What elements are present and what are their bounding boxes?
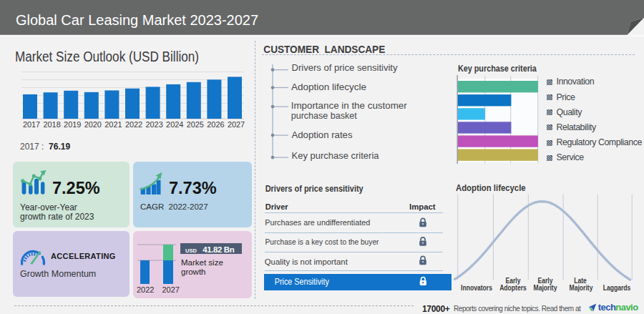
svg-text:2027: 2027 bbox=[228, 120, 245, 129]
svg-text:Price Sensitivity: Price Sensitivity bbox=[275, 276, 329, 287]
svg-text:2020: 2020 bbox=[84, 120, 102, 129]
svg-text:2024: 2024 bbox=[166, 120, 183, 129]
svg-text:Driver: Driver bbox=[265, 202, 288, 211]
svg-text:Adoption lifecycle: Adoption lifecycle bbox=[291, 82, 366, 92]
svg-text:2019: 2019 bbox=[64, 120, 81, 129]
svg-text:2025: 2025 bbox=[187, 120, 204, 129]
svg-text:2026: 2026 bbox=[207, 120, 224, 129]
svg-text:2021: 2021 bbox=[104, 120, 122, 129]
svg-text:Drivers of price sensitivity: Drivers of price sensitivity bbox=[265, 184, 364, 194]
svg-text:Key purchase criteria: Key purchase criteria bbox=[292, 151, 379, 161]
svg-text:technavio: technavio bbox=[598, 302, 638, 313]
svg-text:Adoption rates: Adoption rates bbox=[292, 130, 353, 140]
svg-text:Quality is not important: Quality is not important bbox=[265, 257, 348, 266]
svg-text:Purchases are undifferentiated: Purchases are undifferentiated bbox=[265, 218, 370, 227]
svg-text:2017: 2017 bbox=[23, 120, 40, 129]
svg-text:2022: 2022 bbox=[125, 120, 142, 129]
svg-text:Drivers of price sensitivity: Drivers of price sensitivity bbox=[292, 63, 399, 73]
svg-text:2018: 2018 bbox=[43, 120, 60, 129]
svg-text:Importance in the customer: Importance in the customer bbox=[291, 101, 407, 111]
svg-text:Impact: Impact bbox=[409, 202, 436, 211]
svg-text:Key purchase criteria: Key purchase criteria bbox=[458, 63, 537, 74]
svg-text:Purchase is a key cost to the: Purchase is a key cost to the buyer bbox=[265, 237, 379, 246]
svg-text:CUSTOMER LANDSCAPE: CUSTOMER LANDSCAPE bbox=[263, 43, 385, 55]
svg-text:2023: 2023 bbox=[145, 120, 162, 129]
svg-text:purchase basket: purchase basket bbox=[291, 111, 358, 121]
svg-text:Market Size Outlook (USD Billi: Market Size Outlook (USD Billion) bbox=[15, 49, 199, 64]
